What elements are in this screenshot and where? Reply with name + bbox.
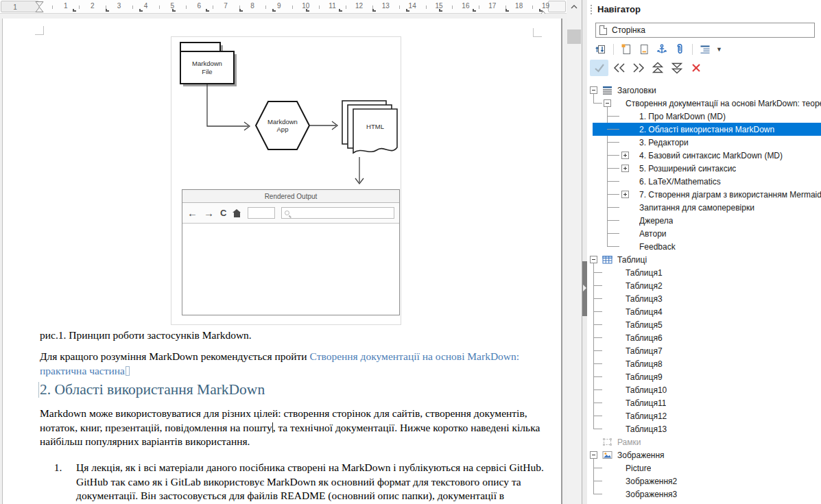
ruler-tick xyxy=(426,5,427,9)
tree-item[interactable]: Таблиці xyxy=(587,253,821,266)
tree-item[interactable]: Таблиця7 xyxy=(587,344,821,357)
tree-item[interactable]: Таблиця11 xyxy=(587,396,821,409)
tree-item-label: Таблиця9 xyxy=(626,372,663,382)
collapse-icon[interactable] xyxy=(590,451,597,459)
tree-item[interactable]: Таблиця13 xyxy=(587,422,821,435)
paragraph-text: Для кращого розуміння MarkDown рекоменду… xyxy=(40,350,310,362)
navigator-panel: Навігатор Сторінка ▼ xyxy=(587,0,821,504)
ruler-number: 1 xyxy=(64,2,68,10)
tab-stop-mark xyxy=(439,9,442,12)
tab-stop-mark xyxy=(172,9,176,12)
ruler-number: 2 xyxy=(91,2,95,10)
tree-guide-dash xyxy=(607,168,619,169)
tree-item[interactable]: Таблиця12 xyxy=(587,409,821,422)
tree-item-label: Таблиця6 xyxy=(626,333,663,343)
table-icon xyxy=(602,254,612,265)
header-icon[interactable] xyxy=(618,41,634,58)
tree-guide-dash xyxy=(607,181,619,182)
reminder-icon[interactable] xyxy=(671,41,688,58)
tree-guide-dash xyxy=(593,337,602,338)
tree-guide-dash xyxy=(607,116,619,117)
tree-item[interactable]: Зображення3 xyxy=(587,488,821,501)
tree-guide-dash xyxy=(593,416,602,416)
tree-item[interactable]: Створення документації на основі MarkDow… xyxy=(587,97,821,110)
tree-item[interactable]: Заголовки xyxy=(587,84,821,97)
dropdown-arrow-icon[interactable]: ▼ xyxy=(716,46,722,53)
horizontal-ruler[interactable]: 1 12345678910111213141516171819 xyxy=(0,0,567,14)
anchor-icon[interactable] xyxy=(654,41,670,58)
tree-item[interactable]: Зображення xyxy=(587,448,821,461)
tree-item[interactable]: 5. Розширений синтаксис xyxy=(587,162,821,175)
drag-mode-icon[interactable] xyxy=(697,41,713,58)
collapse-icon[interactable] xyxy=(590,256,597,263)
tab-stop-mark xyxy=(106,9,109,12)
scrollbar-up-button[interactable] xyxy=(567,0,582,14)
footer-icon[interactable] xyxy=(636,41,652,58)
tab-stop-mark xyxy=(239,9,243,12)
page-icon xyxy=(599,25,607,35)
tree-item[interactable]: 3. Редактори xyxy=(587,136,821,149)
cursor-box xyxy=(126,366,130,376)
collapse-icon[interactable] xyxy=(590,86,597,94)
tree-guide-dash xyxy=(593,350,602,351)
indent-marker-icon[interactable] xyxy=(35,1,44,15)
tree-item-label: Зображення3 xyxy=(626,490,677,499)
tree-guide-dash xyxy=(593,468,602,468)
delete-icon[interactable] xyxy=(688,60,704,76)
headings-icon xyxy=(602,85,612,95)
tree-item-label: 3. Редактори xyxy=(639,138,689,147)
expand-icon[interactable] xyxy=(621,152,629,159)
libreoffice-writer-window: { "ruler": { "margin_number": "1", "numb… xyxy=(0,0,821,504)
tree-item[interactable]: 7. Створення діаграм з використанням Mer… xyxy=(587,188,821,201)
tree-guide-dash xyxy=(593,272,602,273)
checkmark-icon[interactable] xyxy=(590,60,608,76)
sidebar-splitter[interactable] xyxy=(582,0,587,504)
browser-mini-field xyxy=(248,207,275,219)
list-number: 1. xyxy=(40,461,76,504)
tree-item[interactable]: 6. LaTeX/Mathematics xyxy=(587,175,821,188)
tree-item[interactable]: Рамки xyxy=(587,435,821,448)
tree-item-label: Автори xyxy=(639,229,667,239)
tree-item[interactable]: Feedback xyxy=(587,240,821,253)
hexagon-shape-label: Markdown App xyxy=(256,101,309,149)
tree-item[interactable]: Зображення2 xyxy=(587,475,821,488)
tree-item[interactable]: Таблиця1 xyxy=(587,266,821,279)
tree-item[interactable]: Таблиця10 xyxy=(587,383,821,396)
tree-item[interactable]: Таблиця8 xyxy=(587,357,821,370)
ruler-number: 19 xyxy=(542,2,549,10)
navigator-header[interactable]: Навігатор xyxy=(587,0,821,19)
tree-item[interactable]: Джерела xyxy=(587,214,821,227)
ruler-tick xyxy=(479,5,479,9)
vertical-scrollbar[interactable] xyxy=(567,14,582,504)
next-icon[interactable] xyxy=(630,60,647,76)
document-page[interactable]: Markdown File Markdown App HTML Rendered… xyxy=(2,19,562,504)
tab-stop-mark xyxy=(339,9,342,12)
ruler-number: 11 xyxy=(329,2,335,10)
promote-chapter-icon[interactable] xyxy=(650,60,666,76)
demote-chapter-icon[interactable] xyxy=(669,60,685,76)
expand-icon[interactable] xyxy=(621,191,629,198)
tree-item[interactable]: 1. Про MarkDown (MD) xyxy=(587,110,821,123)
previous-icon[interactable] xyxy=(611,60,628,76)
expand-icon[interactable] xyxy=(621,165,629,172)
markdown-workflow-figure[interactable]: Markdown File Markdown App HTML Rendered… xyxy=(171,36,401,325)
tree-item[interactable]: Picture xyxy=(587,461,821,475)
collapse-icon[interactable] xyxy=(604,99,611,107)
tree-item[interactable]: 4. Базовий синтаксис MarkDown (MD) xyxy=(587,149,821,162)
tree-item[interactable]: Таблиця9 xyxy=(587,370,821,383)
tree-item[interactable]: Таблиця5 xyxy=(587,318,821,331)
context-combobox[interactable]: Сторінка xyxy=(595,23,815,38)
tree-item[interactable]: Таблиця3 xyxy=(587,292,821,305)
tree-item[interactable]: Таблиця4 xyxy=(587,305,821,318)
scrollbar-thumb[interactable] xyxy=(567,29,581,44)
tree-item[interactable]: 2. Області використання MarkDown xyxy=(587,123,821,136)
ruler-tick xyxy=(79,5,80,9)
tree-item[interactable]: Запитання для самоперевірки xyxy=(587,201,821,214)
tree-guide-dash xyxy=(593,376,602,377)
tree-guide-dash xyxy=(593,403,602,403)
tree-item[interactable]: Таблиця2 xyxy=(587,279,821,292)
tree-item[interactable]: Таблиця6 xyxy=(587,331,821,344)
toolbar-separator xyxy=(613,44,614,55)
content-navigation-view-icon[interactable] xyxy=(593,41,609,58)
tree-item[interactable]: Автори xyxy=(587,227,821,240)
